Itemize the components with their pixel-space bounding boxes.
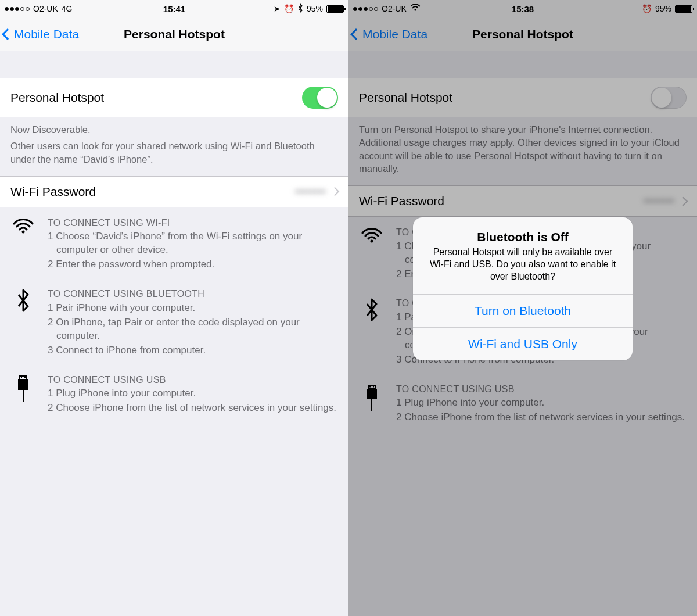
- wifi-usb-only-button[interactable]: Wi-Fi and USB Only: [413, 327, 633, 360]
- back-button[interactable]: Mobile Data: [0, 27, 79, 41]
- alarm-icon: ⏰: [284, 4, 294, 13]
- discoverable-note: Now Discoverable. Other users can look f…: [0, 117, 348, 176]
- bluetooth-icon: [297, 3, 303, 15]
- svg-rect-2: [21, 377, 22, 378]
- turn-on-bluetooth-button[interactable]: Turn on Bluetooth: [413, 294, 633, 327]
- wifi-password-value: ••••••••: [295, 185, 326, 198]
- screenshot-right: O2-UK 15:38 ⏰ 95% Mobile Data Personal H…: [348, 0, 697, 616]
- page-title: Personal Hotspot: [124, 27, 225, 41]
- usb-instructions: TO CONNECT USING USB 1 Plug iPhone into …: [10, 374, 338, 416]
- clock: 15:41: [163, 4, 185, 14]
- battery-icon: [326, 5, 344, 13]
- svg-rect-5: [23, 390, 24, 402]
- bluetooth-off-alert: Bluetooth is Off Personal Hotspot will o…: [413, 217, 633, 360]
- wifi-password-label: Wi-Fi Password: [10, 185, 96, 199]
- svg-rect-4: [18, 379, 28, 390]
- alert-message: Personal Hotspot will only be available …: [427, 246, 619, 282]
- location-icon: ➤: [274, 4, 281, 13]
- screenshot-left: O2-UK 4G 15:41 ➤ ⏰ 95% Mobile Data Perso…: [0, 0, 348, 616]
- hotspot-toggle-row[interactable]: Personal Hotspot: [0, 78, 348, 117]
- hotspot-label: Personal Hotspot: [10, 91, 104, 105]
- status-bar: O2-UK 4G 15:41 ➤ ⏰ 95%: [0, 0, 348, 17]
- svg-point-0: [22, 230, 25, 233]
- battery-pct: 95%: [307, 4, 323, 13]
- wifi-password-row[interactable]: Wi-Fi Password ••••••••: [0, 176, 348, 207]
- svg-rect-1: [20, 376, 27, 379]
- usb-icon: [10, 374, 36, 416]
- wifi-instructions: TO CONNECT USING WI-FI 1 Choose “David’s…: [10, 217, 338, 273]
- alert-title: Bluetooth is Off: [427, 230, 619, 244]
- wifi-icon: [10, 217, 36, 273]
- signal-icon: [5, 7, 30, 11]
- nav-bar: Mobile Data Personal Hotspot: [0, 17, 348, 51]
- svg-rect-3: [24, 377, 26, 378]
- bluetooth-instructions: TO CONNECT USING BLUETOOTH 1 Pair iPhone…: [10, 288, 338, 358]
- bluetooth-icon: [10, 288, 36, 358]
- back-label: Mobile Data: [14, 27, 79, 41]
- carrier-label: O2-UK: [33, 4, 58, 13]
- hotspot-toggle[interactable]: [302, 87, 338, 109]
- network-label: 4G: [62, 4, 73, 13]
- chevron-left-icon: [2, 28, 13, 40]
- chevron-right-icon: [330, 187, 340, 196]
